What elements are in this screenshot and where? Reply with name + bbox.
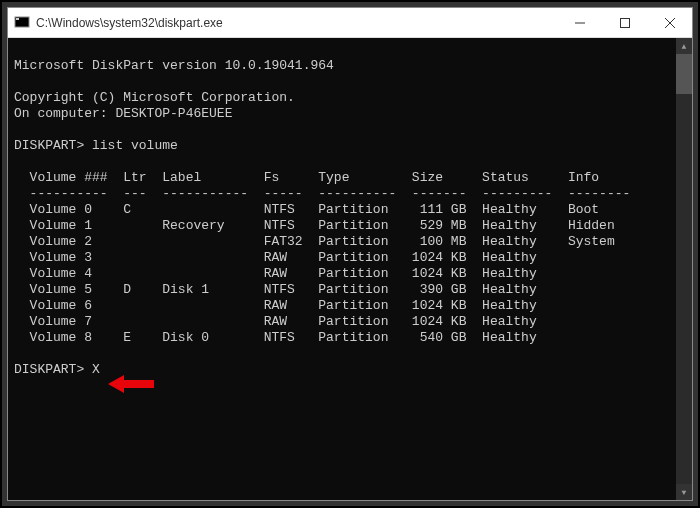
svg-rect-3 bbox=[620, 18, 629, 27]
diskpart-window: C:\Windows\system32\diskpart.exe Microso… bbox=[7, 7, 693, 501]
terminal-area: Microsoft DiskPart version 10.0.19041.96… bbox=[8, 38, 692, 500]
titlebar-path: C:\Windows\system32\diskpart.exe bbox=[36, 16, 557, 30]
maximize-button[interactable] bbox=[602, 8, 647, 37]
svg-rect-1 bbox=[16, 18, 19, 20]
app-icon bbox=[14, 15, 30, 31]
titlebar[interactable]: C:\Windows\system32\diskpart.exe bbox=[8, 8, 692, 38]
terminal-output[interactable]: Microsoft DiskPart version 10.0.19041.96… bbox=[8, 38, 676, 500]
scrollbar[interactable]: ▲ ▼ bbox=[676, 38, 692, 500]
scroll-down-button[interactable]: ▼ bbox=[676, 484, 692, 500]
scroll-up-button[interactable]: ▲ bbox=[676, 38, 692, 54]
minimize-button[interactable] bbox=[557, 8, 602, 37]
scroll-thumb[interactable] bbox=[676, 54, 692, 94]
close-button[interactable] bbox=[647, 8, 692, 37]
window-controls bbox=[557, 8, 692, 37]
